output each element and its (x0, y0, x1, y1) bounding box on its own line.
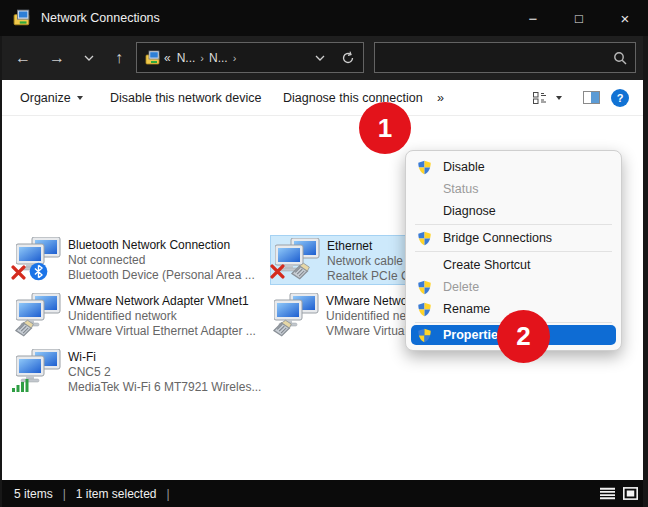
connection-name: Bluetooth Network Connection (68, 238, 255, 253)
chevron-down-icon (556, 96, 562, 100)
network-connections-icon (145, 50, 161, 66)
network-connections-window: Network Connections − □ × ← → ↑ « N... ›… (0, 0, 648, 507)
menu-item-status: Status (411, 178, 616, 200)
menu-item-label: Delete (443, 280, 479, 294)
change-view-button[interactable] (533, 80, 547, 115)
refresh-button[interactable] (341, 51, 355, 65)
status-separator: | (167, 487, 170, 501)
connection-text: VMware Network Adapter VMnet1 Unidentifi… (68, 293, 256, 339)
error-x-icon (11, 265, 26, 280)
disable-device-label: Disable this network device (110, 91, 261, 105)
uac-shield-icon (417, 160, 443, 175)
error-x-icon (270, 264, 285, 279)
refresh-icon (341, 51, 355, 65)
window-controls: − □ × (510, 0, 648, 36)
address-bar[interactable]: « N... › N... › (136, 42, 364, 73)
titlebar: Network Connections − □ × (0, 0, 648, 36)
menu-item-label: Status (443, 182, 478, 196)
bluetooth-icon (29, 262, 48, 281)
minimize-button[interactable]: − (510, 0, 556, 36)
search-icon (613, 51, 627, 65)
menu-item-label: Disable (443, 160, 485, 174)
view-dropdown-button[interactable] (556, 80, 562, 115)
menu-item-label: Bridge Connections (443, 231, 552, 245)
connection-name: VMware Netwo (326, 294, 407, 309)
search-box[interactable] (374, 42, 636, 73)
back-button[interactable]: ← (8, 43, 38, 73)
search-input[interactable] (383, 50, 613, 66)
close-button[interactable]: × (602, 0, 648, 36)
details-view-button[interactable] (600, 487, 615, 500)
connection-status: CNC5 2 (68, 365, 261, 380)
uac-shield-icon (417, 328, 443, 343)
network-adapter-icon (16, 237, 62, 277)
callout-step-2: 2 (497, 310, 550, 363)
window-border-right (643, 36, 648, 507)
connection-text: VMware Netwo Unidentified ne VMware Virt… (326, 293, 407, 339)
view-list-icon (533, 92, 547, 104)
connection-name: VMware Network Adapter VMnet1 (68, 294, 256, 309)
breadcrumb-segment[interactable]: N... (177, 51, 196, 65)
status-bar: 5 items | 1 item selected | (0, 480, 648, 507)
menu-item-label: Diagnose (443, 204, 496, 218)
network-adapter-icon (16, 293, 62, 333)
callout-step-1: 1 (359, 102, 411, 154)
breadcrumb-segment[interactable]: N... (209, 51, 228, 65)
menu-item-bridge-connections[interactable]: Bridge Connections (411, 227, 616, 249)
chevron-down-icon (77, 96, 83, 100)
connection-status: Unidentified ne (326, 309, 407, 324)
disable-device-button[interactable]: Disable this network device (110, 80, 261, 115)
organize-label: Organize (20, 91, 71, 105)
connection-device: VMware Virtual (326, 324, 407, 339)
menu-item-create-shortcut[interactable]: Create Shortcut (411, 254, 616, 276)
chevron-down-icon (84, 55, 94, 61)
item-count: 5 items (14, 487, 53, 501)
help-icon: ? (611, 89, 629, 107)
menu-separator (415, 251, 612, 252)
connection-status: Not connected (68, 253, 255, 268)
connection-name: Wi-Fi (68, 350, 261, 365)
window-border-left (0, 36, 2, 507)
help-button[interactable]: ? (611, 80, 629, 115)
connection-status: Unidentified network (68, 309, 256, 324)
preview-pane-icon (583, 91, 600, 104)
network-connections-icon (13, 9, 31, 27)
thumbnail-view-button[interactable] (623, 487, 638, 500)
connection-text: Bluetooth Network Connection Not connect… (68, 237, 255, 283)
up-button[interactable]: ↑ (104, 43, 134, 73)
menu-item-delete: Delete (411, 276, 616, 298)
uac-shield-icon (417, 302, 443, 317)
connection-item-bluetooth[interactable]: Bluetooth Network Connection Not connect… (16, 237, 268, 283)
menu-item-diagnose[interactable]: Diagnose (411, 200, 616, 222)
connection-device: Bluetooth Device (Personal Area ... (68, 268, 255, 283)
recent-locations-button[interactable] (74, 43, 104, 73)
chevron-down-icon (315, 55, 325, 61)
wifi-signal-icon (12, 378, 30, 392)
command-toolbar: Organize Disable this network device Dia… (0, 80, 648, 116)
statusbar-view-buttons (600, 487, 638, 500)
menu-item-label: Rename (443, 302, 490, 316)
network-adapter-icon (275, 238, 321, 278)
ethernet-plug-icon (270, 319, 296, 337)
breadcrumb-separator: › (200, 52, 204, 64)
forward-button[interactable]: → (42, 43, 72, 73)
breadcrumb-separator: › (233, 52, 237, 64)
navigation-bar: ← → ↑ « N... › N... › (0, 36, 648, 80)
more-commands-button[interactable]: » (437, 80, 444, 115)
organize-menu-button[interactable]: Organize (20, 80, 83, 115)
breadcrumb-overflow[interactable]: « (164, 51, 171, 65)
address-dropdown-button[interactable] (315, 55, 325, 61)
status-separator: | (63, 487, 66, 501)
selected-count: 1 item selected (76, 487, 157, 501)
network-adapter-icon (274, 293, 320, 333)
connection-item-wifi[interactable]: Wi-Fi CNC5 2 MediaTek Wi-Fi 6 MT7921 Wir… (16, 349, 268, 395)
maximize-button[interactable]: □ (556, 0, 602, 36)
connection-item-vmnet1[interactable]: VMware Network Adapter VMnet1 Unidentifi… (16, 293, 268, 339)
menu-item-label: Properties (443, 328, 505, 342)
preview-pane-button[interactable] (583, 80, 600, 115)
network-adapter-icon (16, 349, 62, 389)
diagnose-connection-label: Diagnose this connection (283, 91, 423, 105)
menu-separator (415, 224, 612, 225)
menu-item-disable[interactable]: Disable (411, 156, 616, 178)
uac-shield-icon (417, 280, 443, 295)
